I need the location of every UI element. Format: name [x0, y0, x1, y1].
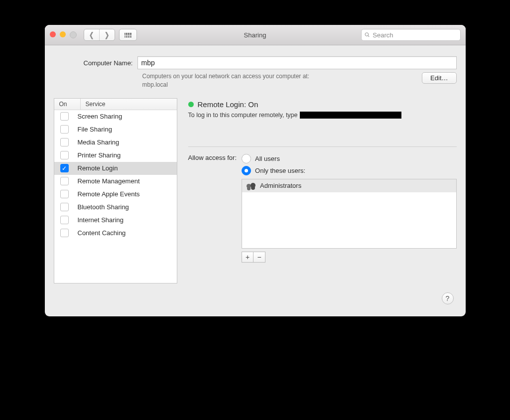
access-options: All users Only these users: Administrato… — [242, 153, 456, 263]
service-label: Bluetooth Sharing — [78, 203, 129, 211]
option-only-label: Only these users: — [255, 167, 305, 174]
service-detail: Remote Login: On To log in to this compu… — [188, 98, 457, 263]
content-area: Computer Name: Computers on your local n… — [45, 45, 466, 316]
edit-button[interactable]: Edit… — [422, 72, 456, 84]
radio-all-users[interactable] — [242, 154, 251, 163]
section-divider — [188, 146, 457, 147]
service-checkbox[interactable] — [60, 125, 69, 134]
titlebar: ❮ ❯ Sharing — [45, 25, 466, 45]
main-panel: On Service Screen SharingFile SharingMed… — [54, 98, 457, 289]
service-checkbox[interactable] — [60, 229, 69, 237]
computer-name-label: Computer Name: — [84, 59, 133, 67]
hint-line2: mbp.local — [142, 81, 309, 89]
service-row[interactable]: Content Caching — [54, 227, 177, 240]
service-row[interactable]: Remote Management — [54, 175, 177, 188]
computer-name-input[interactable] — [137, 56, 456, 69]
help-button[interactable]: ? — [442, 292, 454, 304]
service-label: Content Caching — [78, 229, 126, 237]
search-field[interactable] — [361, 29, 461, 41]
login-instruction-text: To log in to this computer remotely, typ… — [188, 112, 298, 119]
col-service: Service — [81, 101, 106, 108]
users-group-icon — [246, 182, 256, 189]
footer: ? — [54, 289, 457, 310]
service-status: Remote Login: On — [188, 100, 457, 109]
services-table: On Service Screen SharingFile SharingMed… — [54, 98, 177, 283]
show-all-button[interactable] — [119, 29, 137, 41]
forward-button[interactable]: ❯ — [99, 29, 115, 40]
close-window-button[interactable] — [50, 31, 56, 37]
option-only-users[interactable]: Only these users: — [242, 165, 456, 177]
service-checkbox[interactable] — [60, 151, 69, 159]
back-button[interactable]: ❮ — [84, 29, 99, 40]
status-title: Remote Login: On — [198, 100, 258, 109]
service-label: Internet Sharing — [78, 216, 124, 224]
status-indicator-icon — [188, 102, 194, 107]
service-row[interactable]: Media Sharing — [54, 136, 177, 149]
user-list[interactable]: Administrators — [242, 179, 456, 249]
zoom-window-button — [70, 31, 77, 38]
traffic-lights — [50, 31, 77, 38]
services-body: Screen SharingFile SharingMedia SharingP… — [54, 110, 177, 283]
sharing-preferences-window: ❮ ❯ Sharing Computer Name: Computers on … — [45, 25, 466, 316]
add-user-button[interactable]: + — [242, 252, 254, 263]
service-label: Screen Sharing — [78, 113, 123, 120]
service-row[interactable]: Internet Sharing — [54, 214, 177, 227]
service-label: Remote Apple Events — [78, 190, 140, 198]
search-input[interactable] — [372, 31, 457, 39]
hint-line1: Computers on your local network can acce… — [142, 72, 309, 81]
computer-name-hint: Computers on your local network can acce… — [142, 72, 457, 89]
services-header: On Service — [54, 99, 177, 110]
option-all-label: All users — [255, 155, 280, 162]
search-icon — [365, 32, 370, 38]
radio-only-users[interactable] — [242, 166, 251, 175]
minimize-window-button[interactable] — [60, 31, 66, 37]
access-section: Allow access for: All users Only these u… — [188, 153, 457, 263]
user-add-remove: + − — [242, 252, 456, 263]
service-label: Printer Sharing — [78, 151, 121, 159]
nav-back-forward: ❮ ❯ — [84, 29, 115, 41]
service-label: Media Sharing — [78, 139, 120, 146]
service-row[interactable]: Bluetooth Sharing — [54, 201, 177, 214]
user-name: Administrators — [260, 182, 301, 189]
service-row[interactable]: Printer Sharing — [54, 149, 177, 162]
user-row[interactable]: Administrators — [242, 179, 456, 192]
chevron-right-icon: ❯ — [105, 31, 110, 39]
redacted-ssh-address — [300, 112, 401, 119]
chevron-left-icon: ❮ — [89, 31, 94, 39]
access-label: Allow access for: — [188, 154, 237, 161]
service-checkbox[interactable]: ✓ — [60, 164, 69, 172]
option-all-users[interactable]: All users — [242, 153, 456, 165]
service-row[interactable]: Remote Apple Events — [54, 188, 177, 201]
remove-user-button[interactable]: − — [254, 252, 265, 263]
computer-name-row: Computer Name: — [84, 56, 457, 69]
service-row[interactable]: File Sharing — [54, 123, 177, 136]
col-on: On — [54, 99, 81, 110]
service-checkbox[interactable] — [60, 203, 69, 211]
service-label: Remote Management — [78, 177, 140, 185]
service-row[interactable]: ✓Remote Login — [54, 162, 177, 175]
service-checkbox[interactable] — [60, 112, 69, 121]
login-instruction: To log in to this computer remotely, typ… — [188, 112, 457, 119]
service-checkbox[interactable] — [60, 190, 69, 198]
service-row[interactable]: Screen Sharing — [54, 110, 177, 123]
service-label: Remote Login — [78, 164, 118, 172]
service-checkbox[interactable] — [60, 177, 69, 185]
service-checkbox[interactable] — [60, 138, 69, 146]
grid-icon — [125, 33, 131, 37]
service-label: File Sharing — [78, 126, 112, 133]
service-checkbox[interactable] — [60, 216, 69, 224]
